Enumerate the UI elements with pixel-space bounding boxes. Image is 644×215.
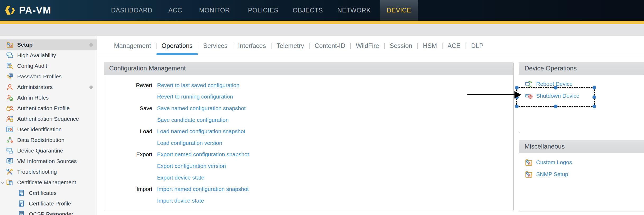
panel-title: Device Operations xyxy=(519,62,644,75)
config-row: Save Save named configuration snapshot xyxy=(104,102,513,114)
sidebar-item-vm-information-sources[interactable]: VM Information Sources xyxy=(0,156,97,167)
link-revert-last-saved[interactable]: Revert to last saved configuration xyxy=(157,82,240,88)
tab-session[interactable]: Session xyxy=(385,36,417,55)
sidebar-item-high-availability[interactable]: High Availability xyxy=(0,50,97,61)
device-subtabs: Management Operations Services Interface… xyxy=(109,36,489,55)
setup-dot xyxy=(89,43,93,47)
group-label-save: Save xyxy=(104,105,152,111)
toolbar-band xyxy=(0,24,644,36)
tab-content-id[interactable]: Content-ID xyxy=(310,36,350,55)
custom-logos-link[interactable]: Custom Logos xyxy=(525,156,644,168)
nav-tab-policies[interactable]: POLICIES xyxy=(248,0,278,21)
config-audit-icon xyxy=(6,62,14,70)
config-row: Export configuration version xyxy=(104,160,513,172)
authentication-profile-icon xyxy=(6,104,14,112)
snmp-setup-icon xyxy=(525,170,533,178)
chevron-down-icon[interactable] xyxy=(1,181,5,185)
sidebar-item-troubleshooting[interactable]: Troubleshooting xyxy=(0,167,97,177)
link-export-config-version[interactable]: Export configuration version xyxy=(157,163,226,169)
link-export-device-state[interactable]: Export device state xyxy=(157,174,204,181)
authentication-sequence-icon xyxy=(6,115,14,123)
selection-handle[interactable] xyxy=(592,86,596,89)
panel-title: Configuration Management xyxy=(104,62,513,75)
selection-handle[interactable] xyxy=(515,105,519,108)
pa-vm-logo-icon xyxy=(4,5,16,16)
tab-wildfire[interactable]: WildFire xyxy=(351,36,384,55)
nav-tab-monitor[interactable]: MONITOR xyxy=(199,0,230,21)
sidebar-item-user-identification[interactable]: User Identification xyxy=(0,124,97,135)
tab-operations[interactable]: Operations xyxy=(157,36,197,55)
selection-handle[interactable] xyxy=(592,95,596,99)
sidebar-item-certificate-profile[interactable]: Certificate Profile xyxy=(0,198,97,209)
nav-tab-device[interactable]: DEVICE xyxy=(380,0,418,21)
sidebar-item-config-audit[interactable]: Config Audit xyxy=(0,61,97,71)
snmp-setup-link[interactable]: SNMP Setup xyxy=(525,168,644,180)
tab-dlp[interactable]: DLP xyxy=(466,36,489,55)
link-save-named-snapshot[interactable]: Save named configuration snapshot xyxy=(157,105,246,111)
nav-tab-acc[interactable]: ACC xyxy=(168,0,182,21)
tab-telemetry[interactable]: Telemetry xyxy=(272,36,309,55)
setup-icon xyxy=(6,41,14,49)
tab-hsm[interactable]: HSM xyxy=(418,36,442,55)
high-availability-icon xyxy=(6,51,14,59)
sidebar-item-administrators[interactable]: Administrators xyxy=(0,82,97,92)
sidebar-item-authentication-profile[interactable]: Authentication Profile xyxy=(0,103,97,114)
nav-tab-network[interactable]: NETWORK xyxy=(337,0,371,21)
top-navbar: PA-VM DASHBOARD ACC MONITOR POLICIES OBJ… xyxy=(0,0,644,21)
link-load-config-version[interactable]: Load configuration version xyxy=(157,140,222,146)
group-label-load: Load xyxy=(104,128,152,135)
configuration-actions: Revert Revert to last saved configuratio… xyxy=(104,79,513,207)
nav-tab-objects[interactable]: OBJECTS xyxy=(293,0,323,21)
group-label-export: Export xyxy=(104,151,152,158)
link-export-named-snapshot[interactable]: Export named configuration snapshot xyxy=(157,151,249,158)
vm-information-sources-icon xyxy=(6,157,14,165)
sidebar-item-authentication-sequence[interactable]: Authentication Sequence xyxy=(0,114,97,124)
tab-interfaces[interactable]: Interfaces xyxy=(233,36,271,55)
sidebar: Setup High Availability Config Audit Pas… xyxy=(0,36,97,215)
sidebar-item-password-profiles[interactable]: Password Profiles xyxy=(0,71,97,82)
annotation-arrow-head xyxy=(514,91,521,98)
config-row: Import Import named configuration snapsh… xyxy=(104,183,513,195)
device-quarantine-icon xyxy=(6,147,14,155)
sidebar-item-certificate-management[interactable]: Certificate Management xyxy=(0,177,97,188)
certificate-icon xyxy=(17,189,25,197)
nav-tab-dashboard[interactable]: DASHBOARD xyxy=(111,0,153,21)
data-redistribution-icon xyxy=(6,136,14,144)
selection-handle[interactable] xyxy=(554,86,558,89)
certificate-icon xyxy=(17,200,25,208)
sidebar-item-admin-roles[interactable]: Admin Roles xyxy=(0,92,97,103)
config-row: Load configuration version xyxy=(104,137,513,149)
sidebar-item-certificates[interactable]: Certificates xyxy=(0,188,97,198)
selection-handle[interactable] xyxy=(554,105,558,108)
link-save-candidate[interactable]: Save candidate configuration xyxy=(157,117,229,123)
administrators-icon xyxy=(6,83,14,91)
active-tab-underline xyxy=(157,53,197,55)
config-row: Save candidate configuration xyxy=(104,114,513,126)
tab-ace[interactable]: ACE xyxy=(443,36,466,55)
sidebar-item-ocsp-responder[interactable]: OCSP Responder xyxy=(0,209,97,215)
link-import-device-state[interactable]: Import device state xyxy=(157,198,204,204)
password-profiles-icon xyxy=(6,73,14,80)
tab-management[interactable]: Management xyxy=(109,36,156,55)
selection-handle[interactable] xyxy=(592,105,596,108)
selection-handle[interactable] xyxy=(515,86,519,89)
accent-stripe xyxy=(0,21,644,24)
reboot-device-icon xyxy=(525,80,533,88)
sidebar-item-data-redistribution[interactable]: Data Redistribution xyxy=(0,135,97,145)
configuration-management-panel: Configuration Management Revert Revert t… xyxy=(104,62,514,211)
brand-logo-text: PA-VM xyxy=(19,5,51,16)
certificate-icon xyxy=(17,210,25,215)
sidebar-item-device-quarantine[interactable]: Device Quarantine xyxy=(0,145,97,156)
sidebar-item-setup[interactable]: Setup xyxy=(0,39,97,50)
config-row: Export device state xyxy=(104,172,513,183)
link-load-named-snapshot[interactable]: Load named configuration snapshot xyxy=(157,128,245,135)
config-row: Export Export named configuration snapsh… xyxy=(104,149,513,160)
link-import-named-snapshot[interactable]: Import named configuration snapshot xyxy=(157,186,249,192)
tab-services[interactable]: Services xyxy=(198,36,233,55)
config-row: Import device state xyxy=(104,195,513,207)
link-revert-running[interactable]: Revert to running configuration xyxy=(157,93,233,100)
miscellaneous-panel: Miscellaneous Custom Logos SNMP Setup xyxy=(519,140,644,212)
admin-roles-icon xyxy=(6,94,14,102)
group-label-import: Import xyxy=(104,186,152,192)
troubleshooting-icon xyxy=(6,168,14,176)
